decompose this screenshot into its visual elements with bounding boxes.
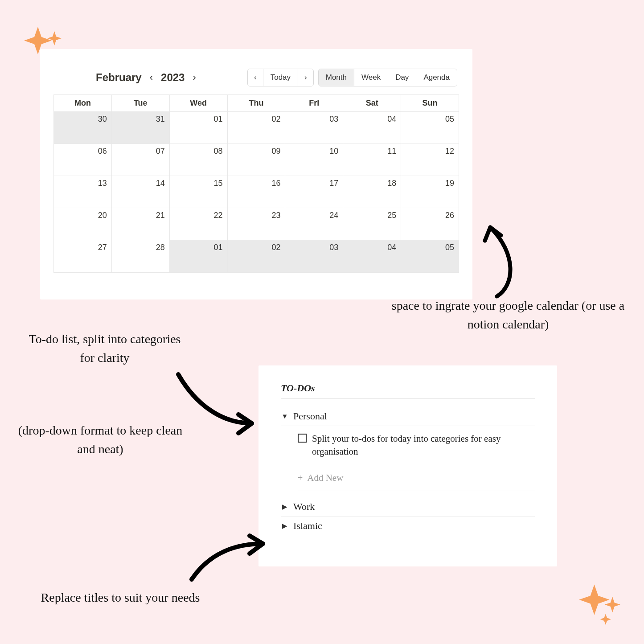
toggle-islamic[interactable]: Islamic xyxy=(281,517,535,535)
calendar-day[interactable]: 28 xyxy=(112,240,170,272)
weekday-header: Sun xyxy=(401,95,459,112)
arrow-to-calendar xyxy=(472,218,526,299)
annotation-dropdown: (drop-down format to keep clean and neat… xyxy=(11,421,189,459)
calendar-title: February ‹ 2023 › xyxy=(96,71,199,84)
view-tab-agenda[interactable]: Agenda xyxy=(416,69,457,86)
calendar-day[interactable]: 20 xyxy=(54,208,112,240)
calendar-day[interactable]: 24 xyxy=(285,208,343,240)
calendar-day[interactable]: 18 xyxy=(343,176,401,208)
todo-text: Split your to-dos for today into categor… xyxy=(312,432,535,459)
nav-button-group: ‹ Today › xyxy=(247,69,314,86)
today-button[interactable]: Today xyxy=(263,69,298,86)
calendar-day[interactable]: 02 xyxy=(228,112,286,144)
section-label: Islamic xyxy=(293,520,322,532)
calendar-day[interactable]: 06 xyxy=(54,144,112,176)
plus-icon: + xyxy=(298,473,303,483)
calendar-day[interactable]: 22 xyxy=(170,208,228,240)
calendar-day[interactable]: 09 xyxy=(228,144,286,176)
add-new-label: Add New xyxy=(307,472,343,484)
calendar-day[interactable]: 15 xyxy=(170,176,228,208)
view-tab-month[interactable]: Month xyxy=(319,69,354,86)
calendar-day[interactable]: 10 xyxy=(285,144,343,176)
checkbox[interactable] xyxy=(298,434,307,443)
calendar-day[interactable]: 17 xyxy=(285,176,343,208)
divider xyxy=(281,398,535,399)
weekday-header: Fri xyxy=(285,95,343,112)
toggle-work[interactable]: Work xyxy=(281,497,535,517)
view-tabs: MonthWeekDayAgenda xyxy=(318,69,457,86)
calendar-day[interactable]: 05 xyxy=(401,112,459,144)
calendar-day[interactable]: 27 xyxy=(54,240,112,272)
calendar-day[interactable]: 26 xyxy=(401,208,459,240)
annotation-calendar: space to ingrate your google calendar (o… xyxy=(374,296,642,334)
annotation-titles: Replace titles to suit your needs xyxy=(40,588,201,607)
calendar-day[interactable]: 01 xyxy=(170,112,228,144)
weekday-header: Wed xyxy=(170,95,228,112)
section-label: Work xyxy=(293,501,315,513)
add-new-button[interactable]: +Add New xyxy=(281,466,535,491)
weekday-header: Mon xyxy=(54,95,112,112)
weekday-header: Sat xyxy=(343,95,401,112)
prev-month-button[interactable]: ‹ xyxy=(147,71,156,84)
calendar-day[interactable]: 12 xyxy=(401,144,459,176)
sparkle-decoration-bottom-right xyxy=(577,577,626,626)
calendar-year: 2023 xyxy=(161,71,185,84)
next-month-button[interactable]: › xyxy=(190,71,198,84)
next-button[interactable]: › xyxy=(298,69,313,86)
calendar-grid: MonTueWedThuFriSatSun3031010203040506070… xyxy=(53,94,459,273)
calendar-day[interactable]: 13 xyxy=(54,176,112,208)
prev-button[interactable]: ‹ xyxy=(248,69,263,86)
annotation-todo: To-do list, split into categories for cl… xyxy=(25,330,185,367)
calendar-controls: ‹ Today › MonthWeekDayAgenda xyxy=(247,69,459,86)
chevron-icon xyxy=(281,522,289,530)
calendar-day[interactable]: 11 xyxy=(343,144,401,176)
view-tab-day[interactable]: Day xyxy=(388,69,416,86)
arrow-to-titles xyxy=(183,526,272,584)
todo-widget: TO-DOs PersonalSplit your to-dos for tod… xyxy=(258,365,557,566)
toggle-personal[interactable]: Personal xyxy=(281,407,535,426)
calendar-day[interactable]: 16 xyxy=(228,176,286,208)
calendar-month: February xyxy=(96,71,142,84)
calendar-day[interactable]: 30 xyxy=(54,112,112,144)
calendar-day[interactable]: 04 xyxy=(343,112,401,144)
calendar-day[interactable]: 05 xyxy=(401,240,459,272)
calendar-day[interactable]: 03 xyxy=(285,240,343,272)
todo-item[interactable]: Split your to-dos for today into categor… xyxy=(281,426,535,466)
calendar-day[interactable]: 25 xyxy=(343,208,401,240)
calendar-day[interactable]: 23 xyxy=(228,208,286,240)
weekday-header: Thu xyxy=(228,95,286,112)
calendar-day[interactable]: 14 xyxy=(112,176,170,208)
calendar-day[interactable]: 07 xyxy=(112,144,170,176)
chevron-icon xyxy=(281,503,289,511)
calendar-day[interactable]: 01 xyxy=(170,240,228,272)
calendar-day[interactable]: 31 xyxy=(112,112,170,144)
view-tab-week[interactable]: Week xyxy=(354,69,388,86)
calendar-day[interactable]: 08 xyxy=(170,144,228,176)
todo-title: TO-DOs xyxy=(281,382,535,394)
calendar-day[interactable]: 04 xyxy=(343,240,401,272)
calendar-day[interactable]: 02 xyxy=(228,240,286,272)
section-label: Personal xyxy=(293,410,327,422)
calendar-day[interactable]: 19 xyxy=(401,176,459,208)
calendar-header: February ‹ 2023 › ‹ Today › MonthWeekDay… xyxy=(53,62,459,94)
calendar-day[interactable]: 03 xyxy=(285,112,343,144)
weekday-header: Tue xyxy=(112,95,170,112)
calendar-widget: February ‹ 2023 › ‹ Today › MonthWeekDay… xyxy=(40,49,472,299)
calendar-day[interactable]: 21 xyxy=(112,208,170,240)
chevron-icon xyxy=(281,413,289,420)
